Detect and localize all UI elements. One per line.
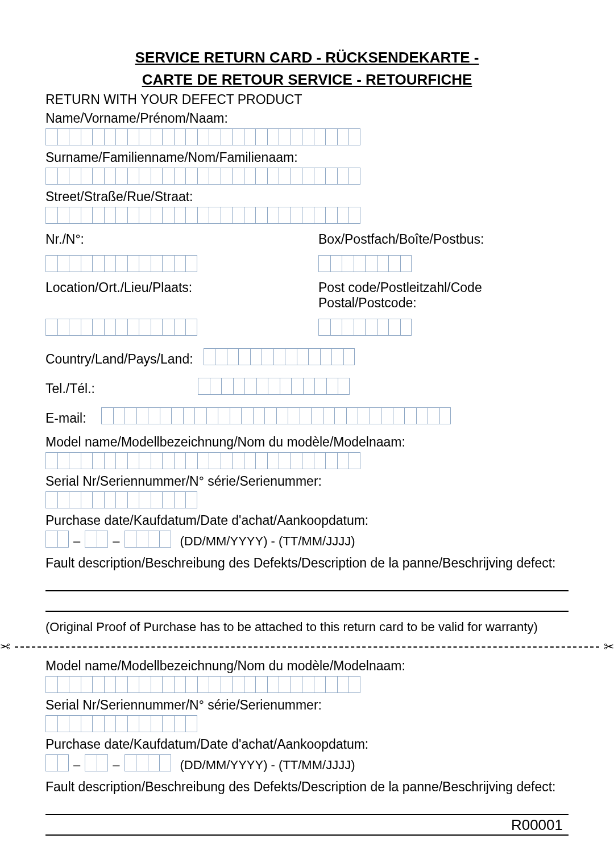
char-cell[interactable] — [104, 715, 116, 732]
char-cell[interactable] — [81, 319, 93, 336]
char-cell[interactable] — [238, 348, 250, 365]
char-cell[interactable] — [206, 407, 218, 424]
char-cell[interactable] — [221, 378, 233, 395]
char-cell[interactable] — [218, 407, 230, 424]
char-cell[interactable] — [162, 319, 174, 336]
char-cell[interactable] — [365, 255, 377, 272]
char-cell[interactable] — [244, 676, 256, 693]
char-cell[interactable] — [221, 207, 233, 224]
char-cell[interactable] — [279, 676, 291, 693]
char-cell[interactable] — [250, 348, 262, 365]
char-cell[interactable] — [81, 168, 93, 185]
char-cell[interactable] — [115, 128, 127, 145]
char-cell[interactable] — [127, 676, 139, 693]
char-cell[interactable] — [279, 168, 291, 185]
char-cell[interactable] — [185, 491, 197, 508]
char-cell[interactable] — [325, 207, 337, 224]
char-cell[interactable] — [174, 452, 186, 469]
char-cell[interactable] — [81, 255, 93, 272]
char-cell[interactable] — [337, 676, 349, 693]
char-cell[interactable] — [439, 407, 451, 424]
char-cell[interactable] — [139, 207, 151, 224]
char-cell[interactable] — [45, 319, 57, 336]
char-cell[interactable] — [185, 207, 197, 224]
char-cell[interactable] — [273, 348, 285, 365]
name-input[interactable] — [45, 128, 569, 145]
surname-input[interactable] — [45, 168, 569, 185]
char-cell[interactable] — [174, 715, 186, 732]
model-input-2[interactable] — [45, 676, 569, 693]
char-cell[interactable] — [323, 407, 335, 424]
char-cell[interactable] — [262, 348, 273, 365]
char-cell[interactable] — [151, 255, 163, 272]
char-cell[interactable] — [127, 452, 139, 469]
country-input[interactable] — [204, 348, 355, 365]
char-cell[interactable] — [115, 715, 127, 732]
fault-line-4[interactable] — [45, 821, 569, 836]
char-cell[interactable] — [279, 207, 291, 224]
char-cell[interactable] — [151, 207, 163, 224]
char-cell[interactable] — [85, 531, 97, 548]
char-cell[interactable] — [314, 168, 326, 185]
char-cell[interactable] — [185, 715, 197, 732]
char-cell[interactable] — [174, 491, 186, 508]
char-cell[interactable] — [232, 128, 244, 145]
char-cell[interactable] — [57, 452, 69, 469]
char-cell[interactable] — [45, 168, 57, 185]
char-cell[interactable] — [151, 452, 163, 469]
char-cell[interactable] — [267, 168, 279, 185]
char-cell[interactable] — [151, 319, 163, 336]
char-cell[interactable] — [127, 715, 139, 732]
char-cell[interactable] — [174, 319, 186, 336]
char-cell[interactable] — [162, 207, 174, 224]
char-cell[interactable] — [174, 676, 186, 693]
char-cell[interactable] — [127, 255, 139, 272]
char-cell[interactable] — [125, 754, 136, 771]
char-cell[interactable] — [244, 168, 256, 185]
char-cell[interactable] — [162, 491, 174, 508]
char-cell[interactable] — [343, 348, 355, 365]
char-cell[interactable] — [185, 452, 197, 469]
char-cell[interactable] — [45, 715, 57, 732]
char-cell[interactable] — [325, 676, 337, 693]
char-cell[interactable] — [302, 452, 314, 469]
nr-input[interactable] — [45, 255, 296, 272]
char-cell[interactable] — [69, 715, 81, 732]
char-cell[interactable] — [346, 407, 358, 424]
char-cell[interactable] — [255, 676, 267, 693]
char-cell[interactable] — [325, 168, 337, 185]
char-cell[interactable] — [244, 378, 256, 395]
char-cell[interactable] — [45, 128, 57, 145]
char-cell[interactable] — [302, 676, 314, 693]
char-cell[interactable] — [81, 207, 93, 224]
char-cell[interactable] — [279, 452, 291, 469]
char-cell[interactable] — [45, 491, 57, 508]
char-cell[interactable] — [183, 407, 195, 424]
char-cell[interactable] — [232, 676, 244, 693]
char-cell[interactable] — [45, 754, 57, 771]
purchase-mm-input[interactable] — [85, 531, 108, 548]
char-cell[interactable] — [381, 407, 393, 424]
char-cell[interactable] — [171, 407, 183, 424]
char-cell[interactable] — [318, 319, 330, 336]
char-cell[interactable] — [197, 452, 209, 469]
serial-input[interactable] — [45, 491, 569, 508]
char-cell[interactable] — [416, 407, 428, 424]
char-cell[interactable] — [45, 255, 57, 272]
char-cell[interactable] — [330, 319, 342, 336]
char-cell[interactable] — [160, 407, 172, 424]
char-cell[interactable] — [139, 128, 151, 145]
char-cell[interactable] — [185, 319, 197, 336]
serial-input-2[interactable] — [45, 715, 569, 732]
char-cell[interactable] — [69, 168, 81, 185]
char-cell[interactable] — [300, 407, 312, 424]
char-cell[interactable] — [267, 207, 279, 224]
char-cell[interactable] — [113, 407, 125, 424]
char-cell[interactable] — [255, 128, 267, 145]
char-cell[interactable] — [148, 531, 160, 548]
char-cell[interactable] — [69, 491, 81, 508]
char-cell[interactable] — [325, 452, 337, 469]
char-cell[interactable] — [221, 452, 233, 469]
char-cell[interactable] — [127, 168, 139, 185]
char-cell[interactable] — [291, 452, 302, 469]
